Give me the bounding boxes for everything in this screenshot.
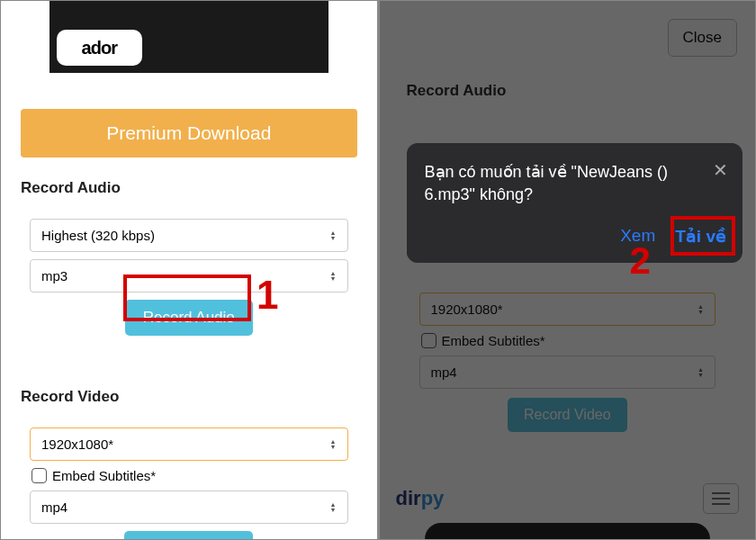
premium-download-button[interactable]: Premium Download	[21, 109, 357, 158]
dim-overlay	[380, 1, 756, 539]
record-audio-button[interactable]: Record Audio	[125, 300, 253, 336]
stepper-icon: ▲▼	[330, 502, 337, 513]
stepper-icon: ▲▼	[330, 439, 337, 450]
record-video-button[interactable]: Record Video	[124, 531, 253, 539]
video-resolution-value: 1920x1080*	[41, 436, 113, 452]
record-video-title: Record Video	[21, 388, 357, 406]
stepper-icon: ▲▼	[330, 230, 337, 241]
record-video-section: Record Video 1920x1080* ▲▼ Embed Subtitl…	[21, 377, 357, 539]
download-button[interactable]: Tải về	[675, 226, 726, 247]
video-format-select[interactable]: mp4 ▲▼	[30, 490, 348, 524]
audio-format-value: mp3	[41, 268, 68, 284]
thumb-logo: ador	[57, 30, 142, 66]
close-icon[interactable]: ✕	[713, 159, 728, 181]
audio-format-select[interactable]: mp3 ▲▼	[30, 259, 348, 292]
step-number-1: 1	[256, 273, 278, 318]
embed-subtitles-label: Embed Subtitles*	[52, 468, 156, 483]
right-pane: Close Record Audio Record Video 1920x108…	[380, 1, 756, 539]
left-pane: ador Premium Download Record Audio Highe…	[1, 1, 377, 539]
record-audio-title: Record Audio	[21, 179, 357, 197]
embed-subtitles-row[interactable]: Embed Subtitles*	[32, 468, 346, 483]
video-format-value: mp4	[41, 500, 68, 515]
stepper-icon: ▲▼	[330, 271, 337, 282]
audio-quality-select[interactable]: Highest (320 kbps) ▲▼	[30, 219, 348, 252]
step-number-2: 2	[630, 239, 651, 283]
record-audio-section: Record Audio Highest (320 kbps) ▲▼ mp3 ▲…	[21, 168, 357, 361]
video-resolution-select[interactable]: 1920x1080* ▲▼	[30, 428, 348, 461]
checkbox-icon[interactable]	[32, 468, 47, 483]
audio-quality-value: Highest (320 kbps)	[41, 228, 155, 243]
prompt-message: Bạn có muốn tải về "NewJeans () 6.mp3" k…	[425, 161, 727, 206]
download-prompt: Bạn có muốn tải về "NewJeans () 6.mp3" k…	[407, 143, 743, 263]
video-thumbnail[interactable]: ador	[50, 1, 328, 73]
